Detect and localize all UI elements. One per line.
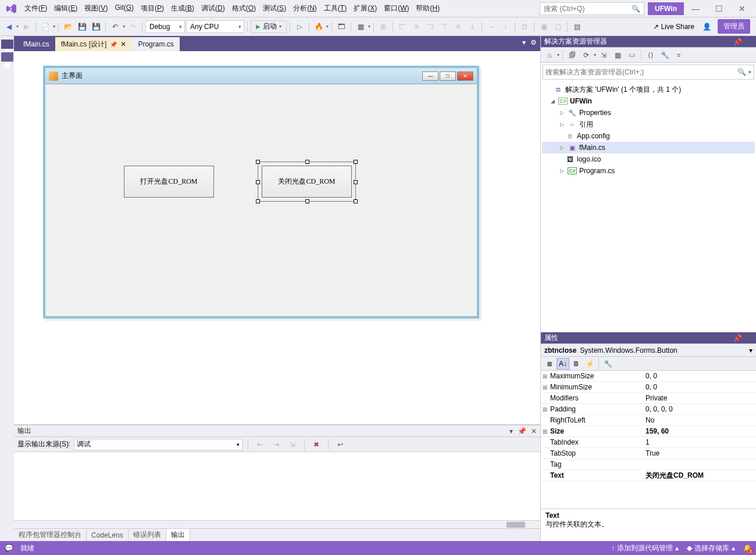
- se-view-button[interactable]: =: [672, 49, 685, 62]
- output-close-icon[interactable]: ✕: [530, 427, 538, 435]
- nav-back-button[interactable]: ◀: [2, 20, 15, 33]
- tree-program-node[interactable]: ▷ C# Program.cs: [542, 165, 755, 177]
- prop-row-righttoleft[interactable]: RightToLeftNo: [541, 415, 756, 426]
- platform-combo[interactable]: Any CPU: [186, 20, 244, 33]
- doc-tab-program-cs[interactable]: Program.cs: [132, 37, 179, 51]
- solution-tree[interactable]: ⧉ 解决方案 'UFWin' (1 个项目，共 1 个) ◢ C# UFWin …: [541, 81, 756, 332]
- start-button[interactable]: ▶启动▾: [251, 20, 287, 33]
- se-collapse-button[interactable]: ⇲: [597, 49, 610, 62]
- menu-w[interactable]: 窗口(W): [380, 1, 412, 16]
- btn-open-cdrom[interactable]: 打开光盘CD_ROM: [124, 166, 214, 198]
- se-sync-button[interactable]: ⟳: [580, 49, 593, 62]
- prop-row-text[interactable]: Text关闭光盘CD_ROM: [541, 470, 756, 481]
- se-refresh-button[interactable]: ▭: [625, 49, 638, 62]
- feedback-button[interactable]: 👤: [700, 20, 713, 33]
- expand-icon[interactable]: ⊞: [541, 406, 549, 413]
- tree-references-node[interactable]: ▷ ▫▫ 引用: [542, 119, 755, 130]
- tab-pkgmgr[interactable]: 程序包管理器控制台: [14, 529, 87, 541]
- prop-row-padding[interactable]: ⊞Padding0, 0, 0, 0: [541, 404, 756, 415]
- prop-row-tabstop[interactable]: TabStopTrue: [541, 448, 756, 459]
- output-wrap-button[interactable]: ↩: [334, 438, 347, 451]
- tree-properties-node[interactable]: ▷ 🔧 Properties: [542, 107, 755, 119]
- menu-b[interactable]: 生成(B): [167, 1, 198, 16]
- se-close-icon[interactable]: ✕: [746, 38, 754, 46]
- se-dropdown-icon[interactable]: ▾: [724, 38, 730, 46]
- menu-o[interactable]: 格式(O): [229, 1, 259, 16]
- align-grid-button[interactable]: ⊞: [377, 20, 390, 33]
- tree-project-node[interactable]: ◢ C# UFWin: [542, 95, 755, 107]
- start-without-debug-button[interactable]: ▷: [293, 20, 306, 33]
- prop-row-maximumsize[interactable]: ⊞MaximumSize0, 0: [541, 371, 756, 382]
- config-combo[interactable]: Debug: [145, 20, 185, 33]
- form-designer[interactable]: 主界面 — □ ✕ 打开光盘CD_ROM 关闭光盘CD_ROM: [14, 51, 540, 425]
- nav-fwd-button[interactable]: ▶: [20, 20, 33, 33]
- properties-grid[interactable]: ⊞MaximumSize0, 0⊞MinimumSize0, 0Modifier…: [541, 371, 756, 509]
- align-bottom-button[interactable]: ⊥: [466, 20, 479, 33]
- hot-reload-button[interactable]: 🔥: [312, 20, 325, 33]
- chevron-down-icon[interactable]: ▾: [749, 346, 753, 355]
- expand-icon[interactable]: ⊞: [541, 373, 549, 379]
- tab-order-button[interactable]: ▤: [570, 20, 583, 33]
- menu-v[interactable]: 视图(V): [81, 1, 111, 16]
- align-center-button[interactable]: ≡: [410, 20, 423, 33]
- menu-n[interactable]: 分析(N): [290, 1, 320, 16]
- output-dropdown-icon[interactable]: ▾: [508, 427, 514, 435]
- browser-link-button[interactable]: 🗔: [335, 20, 348, 33]
- hspace-button[interactable]: ↔: [485, 20, 498, 33]
- output-next-button[interactable]: ⇲: [286, 438, 299, 451]
- expand-icon[interactable]: ⊞: [541, 428, 549, 435]
- se-search-input[interactable]: [545, 68, 737, 76]
- status-notifications[interactable]: 🔔: [743, 544, 751, 552]
- close-tab-icon[interactable]: ✕: [120, 40, 126, 48]
- tab-errorlist[interactable]: 错误列表: [129, 529, 166, 541]
- close-window-button[interactable]: ✕: [730, 1, 754, 17]
- open-file-button[interactable]: 📂: [62, 20, 74, 33]
- btn-close-cdrom[interactable]: 关闭光盘CD_ROM: [262, 166, 352, 198]
- tree-logo-node[interactable]: 🖼 logo.ico: [542, 153, 755, 165]
- doc-outline-button[interactable]: ▦: [354, 20, 367, 33]
- se-pin-icon[interactable]: 📌: [732, 38, 743, 46]
- global-search-input[interactable]: [544, 5, 632, 13]
- status-repo-select[interactable]: ◆选择存储库▴: [687, 543, 735, 553]
- toolbox-tab[interactable]: 工具箱: [1, 40, 13, 49]
- bring-front-button[interactable]: ▣: [537, 20, 550, 33]
- menu-p[interactable]: 项目(P): [137, 1, 167, 16]
- admin-badge[interactable]: 管理员: [718, 19, 750, 34]
- output-text[interactable]: [14, 452, 540, 520]
- props-wrench-button[interactable]: 🔧: [601, 358, 614, 370]
- menu-e[interactable]: 编辑(E): [51, 1, 81, 16]
- doc-tab-fmain-cs[interactable]: fMain.cs: [17, 37, 55, 51]
- se-search[interactable]: 🔍 ▾: [543, 65, 754, 80]
- doc-tab-fmain-design[interactable]: fMain.cs [设计] 📌 ✕: [55, 37, 133, 51]
- status-source-control[interactable]: ↑添加到源代码管理▴: [611, 543, 679, 553]
- prop-row-minimumsize[interactable]: ⊞MinimumSize0, 0: [541, 382, 756, 393]
- menu-x[interactable]: 扩展(X): [350, 1, 380, 16]
- live-share-button[interactable]: ↗ Live Share: [648, 23, 699, 31]
- props-events-button[interactable]: ⚡: [583, 358, 596, 370]
- new-item-button[interactable]: 📄: [39, 20, 52, 33]
- send-back-button[interactable]: ▢: [551, 20, 564, 33]
- se-props-button[interactable]: ⟨⟩: [644, 49, 657, 62]
- props-page-button[interactable]: 🗎: [570, 358, 583, 370]
- tab-settings-icon[interactable]: ⚙: [529, 37, 538, 48]
- tree-fmain-node[interactable]: ▷ ▣ fMain.cs: [542, 142, 755, 153]
- output-source-combo[interactable]: 调试: [74, 439, 243, 450]
- prop-row-size[interactable]: ⊞Size159, 60: [541, 426, 756, 437]
- prop-row-modifiers[interactable]: ModifiersPrivate: [541, 393, 756, 404]
- save-all-button[interactable]: 💾: [90, 20, 102, 33]
- se-preview-button[interactable]: 🔧: [658, 49, 671, 62]
- align-left-button[interactable]: ⫍: [396, 20, 409, 33]
- tree-solution-node[interactable]: ⧉ 解决方案 'UFWin' (1 个项目，共 1 个): [542, 84, 755, 95]
- output-prev-button[interactable]: ⇥: [270, 438, 283, 451]
- menu-s[interactable]: 测试(S): [259, 1, 290, 16]
- props-alpha-button[interactable]: A↓: [557, 358, 569, 370]
- pin-icon[interactable]: 📌: [110, 41, 117, 48]
- global-search[interactable]: 🔍: [540, 2, 644, 15]
- designed-form[interactable]: 主界面 — □ ✕ 打开光盘CD_ROM 关闭光盘CD_ROM: [43, 66, 479, 318]
- se-pending-button[interactable]: 🗐: [566, 49, 579, 62]
- tab-menu-icon[interactable]: ▾: [521, 37, 527, 48]
- props-pin-icon[interactable]: 📌: [732, 334, 743, 342]
- menu-d[interactable]: 调试(D): [198, 1, 229, 16]
- tree-appconfig-node[interactable]: 🗎 App.config: [542, 130, 755, 142]
- minimize-button[interactable]: —: [684, 1, 707, 17]
